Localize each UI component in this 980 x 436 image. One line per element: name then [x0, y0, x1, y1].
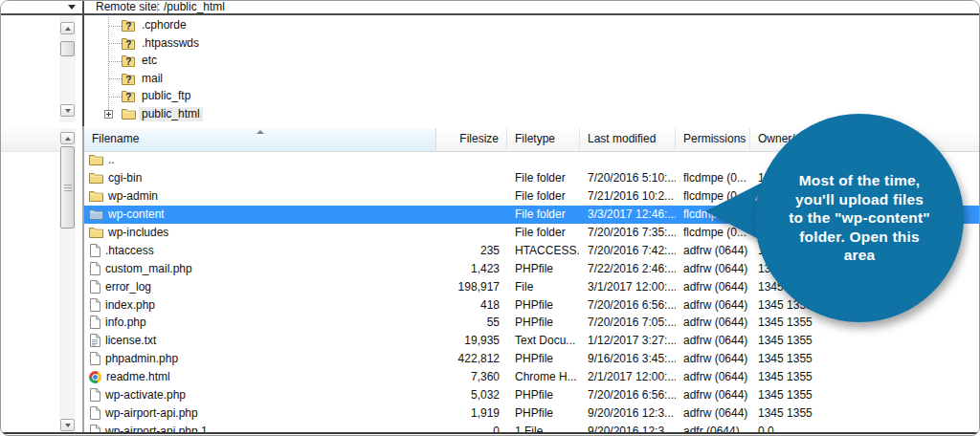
file-row-wp-airport-api-php-1[interactable]: wp-airport-api.php.101 File9/20/2016 12:…	[84, 422, 979, 432]
file-row-custom-mail-php[interactable]: custom_mail.php1,423PHPfile7/22/2016 2:4…	[84, 259, 979, 277]
cell-owner: 1345 1355	[750, 298, 979, 312]
cell-modified: 2/1/2017 12:00:...	[580, 370, 676, 383]
column-header-permissions[interactable]: Permissions	[676, 128, 750, 151]
scroll-down-button[interactable]	[60, 419, 75, 431]
cell-perms: adfrw (0644)	[676, 316, 750, 329]
tree-item-etc[interactable]: ?etc	[84, 53, 977, 71]
cell-modified: 9/20/2016 12:3...	[580, 406, 676, 420]
tree-item-public-html[interactable]: public_html	[84, 106, 977, 123]
file-row-phpadmin-php[interactable]: phpadmin.php422,812PHPfile9/16/2016 3:45…	[84, 350, 979, 368]
scroll-up-button[interactable]	[60, 132, 75, 144]
local-list-scrollbar[interactable]	[59, 128, 76, 432]
cell-perms: flcdmpe (0...	[676, 189, 750, 203]
folder-icon	[89, 208, 103, 220]
file-row-wp-includes[interactable]: wp-includesFile folder7/20/2016 7:35:...…	[84, 224, 979, 242]
tree-item-mail[interactable]: ?mail	[84, 70, 977, 88]
scroll-down-button[interactable]	[60, 104, 75, 117]
cell-owner: 1345 1355	[750, 334, 979, 347]
chrome-icon	[89, 371, 101, 383]
svg-text:?: ?	[125, 75, 131, 85]
filename-label: wp-airport-api.php	[105, 406, 198, 420]
cell-name: wp-activate.php	[84, 388, 436, 402]
tree-item-htpasswds[interactable]: ?.htpasswds	[84, 34, 977, 53]
tree-branch-line	[109, 61, 122, 62]
svg-text:?: ?	[125, 92, 131, 102]
tree-item-label: .htpasswds	[139, 36, 202, 51]
column-header-filesize[interactable]: Filesize	[436, 128, 507, 151]
file-row-wp-admin[interactable]: wp-adminFile folder7/21/2016 10:2...flcd…	[84, 187, 979, 206]
file-icon	[89, 425, 100, 432]
cell-size: 1,423	[436, 262, 507, 275]
filename-label: index.php	[105, 298, 155, 312]
file-row-wp-activate-php[interactable]: wp-activate.php5,032PHPfile7/20/2016 6:5…	[84, 386, 979, 404]
question-folder-icon: ?	[122, 19, 135, 32]
local-site-dropdown-arrow-icon[interactable]	[68, 5, 76, 10]
scrollbar-thumb[interactable]	[60, 146, 75, 229]
cell-type: File folder	[507, 171, 580, 185]
file-icon	[89, 298, 100, 312]
cell-owner: 1345 1355	[750, 406, 979, 420]
cell-perms: adfrw (0644)	[676, 262, 750, 275]
tree-branch-line	[109, 97, 122, 98]
file-icon	[89, 406, 100, 420]
filename-label: wp-activate.php	[105, 388, 186, 402]
scroll-down-icon	[65, 424, 71, 427]
column-header-last-modified[interactable]: Last modified	[580, 128, 676, 151]
cell-name: .htaccess	[84, 244, 436, 257]
cell-perms: flcdmpe (0...	[676, 226, 750, 239]
column-header-filetype[interactable]: Filetype	[507, 128, 580, 151]
cell-perms: adfrw (0644)	[676, 352, 750, 365]
cell-modified: 9/16/2016 3:45:...	[580, 352, 676, 365]
file-row-info-php[interactable]: info.php55PHPfile7/20/2016 7:05:...adfrw…	[84, 314, 979, 332]
cell-type: Chrome H...	[507, 370, 580, 383]
file-row-error-log[interactable]: error_log198,917File3/1/2017 12:00:...ad…	[84, 277, 979, 295]
cell-perms: flcdmpe (0...	[676, 171, 750, 185]
remote-site-path[interactable]: /public_html	[164, 1, 225, 13]
file-row-cgi-bin[interactable]: cgi-binFile folder7/20/2016 5:10:...flcd…	[84, 169, 979, 187]
cell-modified: 3/3/2017 12:46:...	[580, 207, 676, 221]
scrollbar-thumb[interactable]	[60, 41, 75, 56]
local-tree-scrollbar[interactable]	[59, 15, 76, 122]
file-row-index-php[interactable]: index.php418PHPfile7/20/2016 6:56:...adf…	[84, 295, 979, 314]
cell-perms: adfrw (0644)	[676, 280, 750, 294]
cell-type: PHPfile	[507, 352, 580, 365]
scroll-up-button[interactable]	[60, 22, 75, 34]
svg-text:?: ?	[125, 38, 131, 49]
folder-icon	[89, 190, 103, 202]
combo-separator	[157, 2, 158, 12]
file-row-htaccess[interactable]: .htaccess235HTACCESS...7/20/2016 7:42:..…	[84, 241, 979, 259]
tree-item-public-ftp[interactable]: ?public_ftp	[84, 88, 977, 106]
cell-size: 5,032	[436, 388, 507, 402]
column-header-filename[interactable]: Filename	[84, 128, 436, 151]
cell-name: wp-admin	[84, 189, 436, 203]
toolbar-divider	[1, 13, 979, 15]
file-row-wp-airport-api-php[interactable]: wp-airport-api.php1,919PHPfile9/20/2016 …	[84, 403, 979, 422]
file-icon	[89, 280, 100, 294]
column-header-owner-group[interactable]: Owner/Group	[750, 128, 980, 151]
cell-type: PHPfile	[507, 406, 580, 420]
cell-owner: 1345 1355	[750, 207, 979, 221]
tree-item-cphorde[interactable]: ?.cphorde	[84, 17, 977, 35]
file-row-wp-content[interactable]: wp-contentFile folder3/3/2017 12:46:...f…	[84, 206, 979, 224]
cell-size: 55	[436, 316, 507, 329]
file-row-readme-html[interactable]: readme.html7,360Chrome H...2/1/2017 12:0…	[84, 368, 979, 386]
question-folder-icon: ?	[122, 90, 135, 102]
filename-label: wp-includes	[108, 226, 168, 239]
question-folder-icon: ?	[122, 54, 135, 67]
cell-type: File folder	[507, 189, 580, 203]
cell-perms: adfrw (0644)	[676, 388, 750, 402]
folder-icon	[89, 154, 103, 165]
file-row-license-txt[interactable]: license.txt19,935Text Docu...1/12/2017 3…	[84, 332, 979, 350]
question-folder-icon: ?	[122, 73, 135, 85]
tree-item-label: .cphorde	[139, 18, 189, 33]
cell-modified: 1/12/2017 3:27:...	[580, 334, 676, 347]
pane-divider[interactable]	[82, 1, 84, 432]
tree-branch-line	[109, 78, 122, 79]
remote-site-label: Remote site:	[96, 1, 160, 13]
cell-owner: 1345 1355	[750, 171, 979, 185]
cell-type: Text Docu...	[507, 334, 580, 347]
cell-perms: adfrw (0644)	[676, 244, 750, 257]
expander-plus-icon[interactable]	[104, 110, 113, 119]
cell-perms: adfrw (0644)	[676, 370, 750, 383]
file-row-[interactable]: ..	[84, 151, 979, 169]
